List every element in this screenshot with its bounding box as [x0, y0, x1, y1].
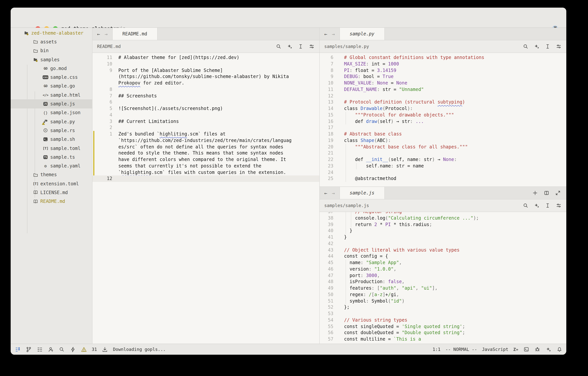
nav-back-icon[interactable]: ← [324, 31, 327, 37]
line-number: 25 [320, 176, 344, 182]
ibeam-icon[interactable] [545, 202, 551, 209]
bug-icon[interactable] [534, 346, 540, 352]
nav-back-icon[interactable]: ← [97, 31, 100, 37]
sidebar-item-label: extension.toml [40, 181, 79, 186]
code-row: 39 return 2 * PI * this.radius; [320, 221, 566, 228]
warning-count[interactable]: 31 [92, 347, 97, 352]
sidebar-item-sample-js[interactable]: JSsample.js [11, 100, 92, 108]
sidebar-item-sample-css[interactable]: csssample.css [11, 73, 92, 82]
line-number: 46 [320, 266, 344, 272]
tab-python[interactable]: sample.py [339, 28, 385, 40]
nav-back-icon[interactable]: ← [324, 190, 327, 196]
sidebar-item-sample-go[interactable]: GOsample.go [11, 82, 92, 91]
code-row: 42 [320, 240, 566, 247]
nav-forward-icon[interactable]: → [332, 31, 335, 37]
cursor-position[interactable]: 1:1 [432, 347, 441, 352]
bolt-icon[interactable] [70, 346, 76, 352]
sidebar-item-license-md[interactable]: LICENSE.md [11, 188, 92, 197]
warning-icon[interactable] [81, 346, 87, 352]
sidebar-item-samples[interactable]: samples [11, 55, 92, 64]
editor-readme[interactable]: 11# Alabaster theme for [zed](https://ze… [93, 53, 319, 344]
ts-icon: TS [43, 154, 48, 160]
sidebar-item-bin[interactable]: bin [11, 46, 92, 55]
git-branch-icon[interactable] [25, 346, 32, 352]
git-modified-bar [93, 144, 94, 150]
tab-js[interactable]: sample.js [339, 187, 385, 199]
line-number: 12 [320, 93, 344, 99]
person-icon[interactable] [48, 346, 54, 352]
plus-icon[interactable] [532, 190, 538, 196]
magnifier-icon[interactable] [275, 43, 282, 50]
download-icon[interactable] [102, 346, 108, 352]
breadcrumb[interactable]: README.md [97, 44, 121, 49]
sidebar-item-go-mod[interactable]: GOgo.mod [11, 64, 92, 73]
ibeam-icon[interactable] [298, 43, 304, 50]
sidebar-item-label: sample.toml [50, 146, 81, 151]
go-icon: GO [43, 83, 48, 89]
sidebar-item-label: sample.js [50, 101, 75, 106]
nav-forward-icon[interactable]: → [105, 31, 108, 37]
sidebar-item-zed-theme-alabaster[interactable]: zed-theme-alabaster [11, 29, 92, 38]
tab-readme[interactable]: README.md [112, 28, 157, 40]
sidebar-item-themes[interactable]: themes [11, 170, 92, 179]
line-number: 7 [93, 93, 118, 99]
panel-tree-icon[interactable] [14, 346, 21, 352]
sidebar-item-sample-toml[interactable]: [T]sample.toml [11, 144, 92, 153]
sparkle-icon[interactable] [287, 43, 293, 50]
line-number: 7 [320, 61, 344, 67]
sidebar-item-readme-md[interactable]: README.md [11, 197, 92, 206]
code-line: PI: float = 3.14159 [344, 67, 396, 74]
sidebar-item-extension-toml[interactable]: [T]extension.toml [11, 179, 92, 188]
code-line: ## Screenshots [118, 93, 157, 99]
sidebar-item-sample-rs[interactable]: Rsample.rs [11, 126, 92, 135]
screen: zed-theme-alabaster main ⌄ zed-theme-ala… [0, 0, 588, 376]
filter-icon[interactable] [556, 202, 562, 209]
line-number: 54 [320, 317, 344, 324]
indent-guide [351, 215, 351, 221]
filter-icon[interactable] [556, 43, 562, 50]
code-row: 51 symbol: Symbol("id") [320, 298, 566, 304]
code-line: needed to style the theme. This means th… [118, 150, 283, 157]
sparkle-icon[interactable] [545, 346, 551, 352]
line-number: 14 [320, 105, 344, 112]
magnifier-icon[interactable] [59, 346, 65, 352]
sparkle-icon[interactable] [534, 43, 540, 50]
breadcrumb[interactable]: samples/sample.js [324, 203, 369, 208]
sidebar-item-sample-yaml[interactable]: ⚙sample.yaml [11, 162, 92, 170]
nav-forward-icon[interactable]: → [332, 190, 335, 196]
line-number: 24 [320, 169, 344, 176]
code-row: 18# Abstract base class [320, 131, 566, 137]
sidebar-item-sample-sh[interactable]: >_sample.sh [11, 135, 92, 144]
list-tree-icon[interactable] [37, 346, 43, 352]
sidebar-item-assets[interactable]: assets [11, 38, 92, 46]
json-icon: {} [43, 110, 48, 116]
sidebar-item-sample-py[interactable]: sample.py [11, 117, 92, 126]
line-number: 56 [320, 330, 344, 336]
split-icon[interactable] [544, 190, 550, 196]
zed-ai-icon[interactable]: Z» [514, 347, 519, 352]
code-row: 55const singleQuoted = 'Single quoted st… [320, 323, 566, 330]
indent-guide [345, 118, 346, 125]
code-line: DEFAULT_NAME: str = "Unnamed" [344, 86, 424, 93]
code-row: 40 } [320, 228, 566, 234]
breadcrumb[interactable]: samples/sample.py [324, 44, 369, 49]
magnifier-icon[interactable] [523, 43, 529, 50]
expand-icon[interactable] [555, 190, 561, 196]
code-line: MAX_SIZE: int = 1000 [344, 61, 399, 67]
sidebar-item-sample-html[interactable]: </>sample.html [11, 91, 92, 100]
terminal-icon[interactable] [523, 346, 529, 352]
sparkle-icon[interactable] [534, 202, 540, 209]
editor-js[interactable]: 37 // Regular string38 console.log("Calc… [320, 212, 566, 344]
filter-icon[interactable] [309, 43, 315, 50]
sidebar-item-sample-json[interactable]: {}sample.json [11, 108, 92, 117]
code-line: port: 3000, [344, 272, 380, 279]
sidebar-item-sample-ts[interactable]: TSsample.ts [11, 153, 92, 162]
language-selector[interactable]: JavaScript [482, 347, 508, 352]
bell-icon[interactable] [556, 346, 563, 352]
code-line: console.log("Calculating circumference .… [344, 215, 479, 221]
ibeam-icon[interactable] [545, 43, 551, 50]
editor-python[interactable]: 6# Global constant definitions with type… [320, 53, 566, 187]
line-number: 9 [320, 74, 344, 80]
code-line: es/src` often do not define all the quer… [118, 144, 283, 150]
magnifier-icon[interactable] [523, 202, 529, 209]
